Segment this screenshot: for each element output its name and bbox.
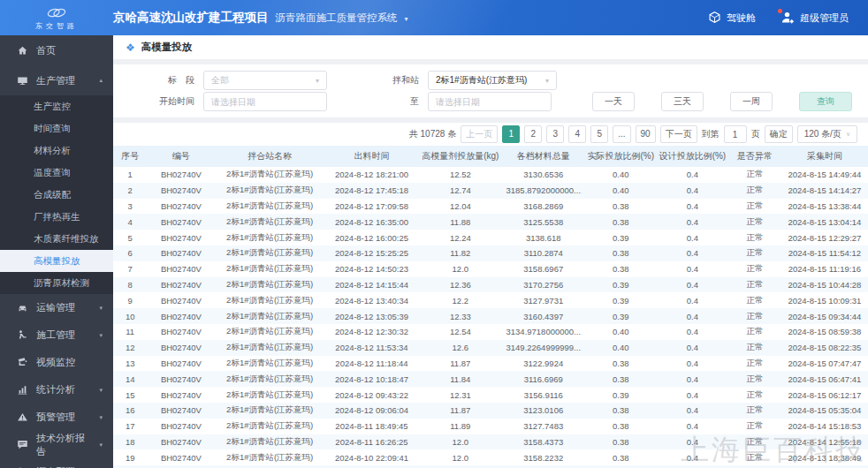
page-button-5[interactable]: 5: [590, 125, 608, 143]
home-icon: [17, 45, 28, 57]
submenu-item-lignin-fiber[interactable]: 木质素纤维投放: [0, 228, 113, 250]
page-button-3[interactable]: 3: [546, 125, 564, 143]
bar-chart-icon: [17, 384, 28, 396]
table-cell: 0.4: [657, 403, 728, 419]
table-cell: 正常: [728, 340, 781, 356]
system-dropdown-caret-icon[interactable]: ▾: [405, 15, 408, 23]
table-cell: 2024-8-15 10:09:31: [781, 292, 868, 308]
submenu-item-asphalt-raw-material[interactable]: 沥青原材检测: [0, 272, 113, 294]
submenu-item-synthetic-gradation[interactable]: 合成级配: [0, 184, 113, 206]
one-day-button[interactable]: 一天: [592, 92, 635, 111]
table-row: 13BH02740V2标1#沥青站(江苏意玛)2024-8-12 11:18:4…: [113, 356, 868, 372]
user-menu[interactable]: 超级管理员: [780, 11, 849, 25]
table-cell: BH02740V: [147, 230, 215, 245]
table-row: 15BH02740V2标1#沥青站(江苏意玛)2024-8-12 09:43:2…: [113, 387, 868, 403]
table-cell: 2标1#沥青站(江苏意玛): [215, 230, 324, 245]
station-select[interactable]: 2标1#沥青站(江苏意玛) ▾: [428, 71, 557, 90]
page-ellipsis[interactable]: ...: [613, 125, 630, 143]
table-cell: 2标1#沥青站(江苏意玛): [215, 356, 324, 372]
goto-page-input[interactable]: [724, 125, 747, 143]
query-button[interactable]: 查询: [799, 92, 852, 111]
page-button-2[interactable]: 2: [524, 125, 542, 143]
table-cell: 2024-8-15 12:29:27: [781, 230, 868, 245]
sidebar-item-video-monitor[interactable]: 视频监控: [0, 349, 113, 376]
table-cell: 0.39: [585, 308, 657, 324]
table-cell: BH02740V: [147, 308, 215, 324]
table-cell: 3116.6969: [502, 371, 585, 387]
table-cell: 2标1#沥青站(江苏意玛): [215, 419, 324, 434]
submenu-item-high-modulus-active[interactable]: 高模量投放: [0, 250, 113, 272]
table-cell: 2024-8-15 09:34:44: [781, 308, 868, 324]
table-cell: 2024-8-12 11:53:34: [324, 340, 419, 356]
page-button-4[interactable]: 4: [568, 125, 586, 143]
table-cell: 2024-8-15 06:47:41: [781, 371, 868, 387]
table-cell: 18: [113, 434, 147, 450]
sidebar-item-home[interactable]: 首页: [0, 35, 113, 65]
chevron-down-icon: ▾: [316, 77, 319, 85]
table-cell: 12.52: [419, 167, 502, 183]
table-cell: 0.4: [657, 356, 728, 372]
table-cell: 2标1#沥青站(江苏意玛): [215, 261, 324, 277]
table-cell: 0.4: [657, 292, 728, 308]
end-date-input[interactable]: [428, 92, 552, 111]
submenu-item-material-analysis[interactable]: 材料分析: [0, 140, 113, 162]
table-body: 1BH02740V2标1#沥青站(江苏意玛)2024-8-12 18:21:00…: [113, 167, 868, 468]
submenu-item-temperature-query[interactable]: 温度查询: [0, 162, 113, 184]
page-button-90[interactable]: 90: [636, 125, 656, 143]
table-cell: 正常: [728, 167, 781, 183]
submenu-item-plant-hot-recycling[interactable]: 厂拌热再生: [0, 206, 113, 228]
table-cell: 3127.9731: [502, 292, 585, 308]
chevron-down-icon: ∨: [846, 131, 850, 138]
sidebar-item-production[interactable]: 生产管理 ▴: [0, 65, 113, 95]
notification-dot: [778, 9, 782, 13]
table-cell: 3127.7483: [502, 419, 585, 434]
caret-down-icon: ▾: [99, 305, 103, 312]
table-cell: 0.4: [657, 449, 728, 465]
table-cell: 2标1#沥青站(江苏意玛): [215, 449, 324, 465]
start-date-input[interactable]: [203, 92, 327, 111]
table-cell: BH02740V: [147, 403, 215, 419]
sidebar-item-label: 生产管理: [36, 74, 75, 87]
table-cell: 2024-8-15 13:04:14: [781, 214, 868, 230]
table-cell: BH02740V: [147, 292, 215, 308]
sidebar-item-asphalt-config[interactable]: 沥青配置 ▾: [0, 458, 113, 468]
prev-page-button[interactable]: 上一页: [461, 125, 498, 143]
sidebar-item-construction[interactable]: 施工管理 ▾: [0, 321, 113, 349]
submenu-item-time-query[interactable]: 时间查询: [0, 117, 113, 140]
page-size-select[interactable]: 120 条/页 ∨: [797, 125, 857, 143]
sidebar: 首页 生产管理 ▴ 生产监控 时间查询 材料分析 温度查询 合成级配 厂拌热再生…: [0, 35, 113, 468]
table-cell: 12.33: [419, 308, 502, 324]
one-week-button[interactable]: 一周: [730, 92, 773, 111]
table-cell: 3160.4397: [502, 308, 585, 324]
three-days-button[interactable]: 三天: [661, 92, 704, 111]
table-cell: 2024-8-12 14:50:23: [324, 261, 419, 277]
table-cell: 2024-8-12 12:30:32: [324, 324, 419, 340]
warning-icon: [17, 411, 28, 423]
sidebar-item-tech-report[interactable]: 技术分析报告 ▾: [0, 431, 113, 458]
table-cell: 正常: [728, 277, 781, 293]
table-cell: BH02740V: [147, 199, 215, 215]
col-abnormal: 是否异常: [728, 146, 781, 167]
page-button-1[interactable]: 1: [502, 125, 520, 143]
table-cell: 2024-8-15 11:54:12: [781, 245, 868, 261]
sidebar-item-statistics[interactable]: 统计分析 ▾: [0, 376, 113, 404]
next-page-button[interactable]: 下一页: [660, 125, 697, 143]
table-cell: 12.0: [419, 449, 502, 465]
confirm-button[interactable]: 确定: [765, 125, 793, 143]
table-cell: 2024-8-12 13:40:34: [324, 292, 419, 308]
sidebar-item-transport[interactable]: 运输管理 ▾: [0, 294, 113, 321]
sidebar-item-warning[interactable]: 预警管理 ▾: [0, 404, 113, 431]
cockpit-button[interactable]: 驾驶舱: [708, 11, 756, 26]
station-select-value: 2标1#沥青站(江苏意玛): [436, 74, 527, 87]
table-row: 4BH02740V2标1#沥青站(江苏意玛)2024-8-12 16:35:00…: [113, 214, 868, 230]
header-titles: 京哈高速沈山改扩建工程项目 沥青路面施工质量管控系统 ▾: [113, 10, 408, 26]
table-cell: 2024-8-15 07:47:47: [781, 356, 868, 372]
col-total: 各档材料总量: [502, 146, 585, 167]
table-row: 10BH02740V2标1#沥青站(江苏意玛)2024-8-12 13:05:3…: [113, 308, 868, 324]
table-row: 12BH02740V2标1#沥青站(江苏意玛)2024-8-12 11:53:3…: [113, 340, 868, 356]
logo: 东交智路: [0, 6, 113, 30]
submenu-item-production-monitor[interactable]: 生产监控: [0, 95, 113, 117]
table-cell: 5: [113, 230, 147, 245]
section-select[interactable]: 全部 ▾: [203, 71, 327, 90]
col-code: 编号: [147, 146, 215, 167]
